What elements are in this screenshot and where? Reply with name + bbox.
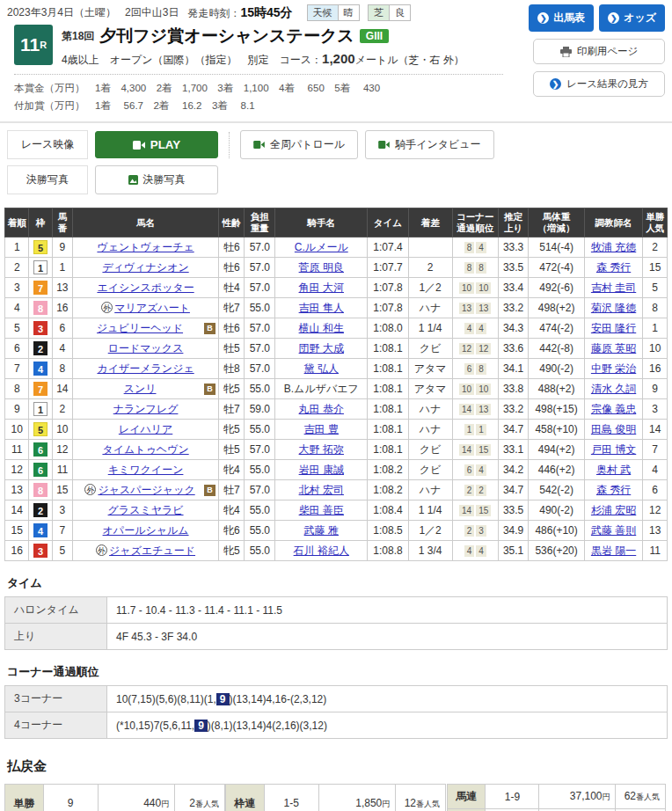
- frame-cell: 8: [29, 480, 52, 500]
- corner-position: 6: [464, 464, 475, 476]
- frame-number-badge: 5: [33, 422, 47, 436]
- entry-table-button[interactable]: ❯出馬表: [529, 4, 594, 32]
- horse-body-weight: 536(+20): [529, 541, 584, 561]
- trainer-name-link[interactable]: 清水 久詞: [591, 383, 636, 395]
- horse-name-link[interactable]: ジュビリーヘッド: [97, 322, 183, 334]
- horse-name-cell: ロードマックス: [73, 339, 219, 359]
- finish-time: 1:08.1: [368, 440, 408, 460]
- horse-name-link[interactable]: ヴェントヴォーチェ: [97, 241, 194, 253]
- trainer-cell: 黒岩 陽一: [584, 541, 643, 561]
- trainer-name-link[interactable]: 菊沢 隆徳: [591, 302, 636, 314]
- race-date: 2023年3月4日（土曜）: [7, 5, 116, 20]
- horse-name-link[interactable]: カイザーメランジェ: [97, 362, 194, 375]
- trainer-cell: 奥村 武: [584, 460, 643, 480]
- trainer-name-link[interactable]: 黒岩 陽一: [591, 544, 636, 557]
- trainer-name-link[interactable]: 森 秀行: [596, 484, 631, 496]
- results-guide-button[interactable]: ❯ レース結果の見方: [533, 71, 665, 97]
- margin: 1 1/4: [408, 318, 452, 339]
- horse-name-link[interactable]: レイハリア: [119, 423, 172, 435]
- jockey-cell: 団野 大成: [275, 339, 368, 359]
- corner-position: 4: [464, 545, 475, 557]
- estimated-last-3f: 33.5: [498, 258, 529, 278]
- frame-cell: 2: [29, 339, 52, 359]
- trainer-name-link[interactable]: 戸田 博文: [591, 443, 636, 456]
- trainer-name-link[interactable]: 杉浦 宏昭: [591, 504, 636, 516]
- sex-age: 牡5: [219, 339, 245, 359]
- jockey-name-link[interactable]: 菅原 明良: [299, 261, 344, 274]
- horse-name-link[interactable]: ロードマックス: [108, 342, 184, 354]
- jockey-name-link[interactable]: 黛 弘人: [304, 362, 339, 375]
- horse-name-link[interactable]: タイムトゥヘヴン: [102, 443, 188, 456]
- horse-number: 1: [52, 258, 72, 278]
- jockey-interview-button[interactable]: 騎手インタビュー: [365, 130, 493, 159]
- corner-position: 2: [464, 485, 475, 496]
- horse-name-link[interactable]: ジャスパージャック: [98, 484, 194, 496]
- jockey-name-link[interactable]: 角田 大河: [299, 281, 344, 294]
- estimated-last-3f: 33.1: [498, 440, 529, 460]
- trainer-name-link[interactable]: 宗像 義忠: [591, 403, 636, 415]
- column-header: 負担 重量: [245, 208, 275, 237]
- finish-position: 1: [5, 237, 29, 258]
- trainer-name-link[interactable]: 武藤 善則: [591, 524, 636, 537]
- jockey-name-link[interactable]: 石川 裕紀人: [294, 544, 349, 557]
- play-button[interactable]: PLAY: [95, 131, 218, 158]
- sex-age: 牡4: [219, 278, 245, 298]
- horse-name-link[interactable]: スンリ: [124, 383, 157, 395]
- start-time-label: 発走時刻：15時45分: [187, 5, 292, 21]
- foreign-bred-mark: 外: [101, 302, 113, 313]
- trainer-name-link[interactable]: 藤原 英昭: [591, 342, 636, 354]
- estimated-last-3f: 34.1: [498, 359, 529, 379]
- horse-name-link[interactable]: オパールシャルム: [103, 524, 189, 537]
- patrol-video-button[interactable]: 全周パトロール: [240, 130, 358, 159]
- corner-row-value: 10(7,15)(5,6)(8,11)(1,9)(13,14)4,16-(2,3…: [107, 686, 668, 712]
- corner-position: 10: [459, 282, 474, 294]
- jockey-name-link[interactable]: 吉田 豊: [304, 423, 339, 435]
- finish-position: 14: [5, 500, 29, 521]
- jockey-name-link[interactable]: 横山 和生: [299, 322, 344, 334]
- jockey-name-link[interactable]: 北村 宏司: [299, 484, 344, 496]
- trainer-name-link[interactable]: 牧浦 充徳: [591, 241, 636, 253]
- corner-passing-cell: 1010: [452, 278, 498, 298]
- popularity-rank: 62番人気: [616, 785, 666, 809]
- turf-key: 芝: [368, 4, 389, 21]
- finish-position: 6: [5, 339, 29, 359]
- horse-name-link[interactable]: ディヴィナシオン: [102, 261, 188, 274]
- frame-number-badge: 6: [33, 463, 47, 477]
- jockey-name-link[interactable]: 団野 大成: [299, 342, 344, 354]
- finish-position: 9: [5, 399, 29, 420]
- corner-position: 4: [476, 323, 486, 334]
- horse-name-link[interactable]: ジャズエチュード: [109, 544, 195, 557]
- jockey-name-link[interactable]: 丸田 恭介: [299, 403, 344, 415]
- jockey-name-link[interactable]: 武藤 雅: [304, 524, 339, 537]
- column-header: 着差: [408, 208, 452, 237]
- jockey-name-link[interactable]: C.ルメール: [295, 241, 348, 253]
- horse-body-weight: 498(+2): [529, 298, 584, 318]
- finish-position: 7: [5, 359, 29, 379]
- race-number-badge: 11R: [14, 25, 53, 65]
- jockey-name-link[interactable]: 柴田 善臣: [299, 504, 344, 516]
- trainer-name-link[interactable]: 安田 隆行: [591, 322, 636, 334]
- trainer-name-link[interactable]: 吉村 圭司: [591, 281, 636, 294]
- table-row: 13815外ジャスパージャックB牡757.0北村 宏司1:08.2ハナ2234.…: [5, 480, 668, 500]
- payout-heading: 払戻金: [7, 758, 665, 775]
- trainer-name-link[interactable]: 中野 栄治: [591, 362, 636, 375]
- horse-name-link[interactable]: マリアズハート: [114, 302, 190, 314]
- trainer-name-link[interactable]: 田島 俊明: [591, 423, 636, 435]
- horse-name-link[interactable]: エイシンスポッター: [97, 281, 194, 294]
- estimated-last-3f: 34.7: [498, 480, 529, 500]
- jockey-name-link[interactable]: 吉田 隼人: [299, 302, 344, 314]
- horse-name-link[interactable]: ナランフレグ: [113, 403, 179, 415]
- sex-age: 牝6: [219, 521, 245, 541]
- jockey-name-link[interactable]: 岩田 康誠: [299, 464, 344, 476]
- corner-row: 4コーナー(*10,15)7(5,6,11,9)(8,1)(13,14)4(2,…: [5, 712, 668, 739]
- finish-photo-button[interactable]: 決勝写真: [95, 165, 218, 194]
- carried-weight: 55.0: [245, 541, 275, 561]
- horse-name-link[interactable]: グラスミヤラビ: [108, 504, 184, 516]
- horse-name-link[interactable]: キミワクイーン: [108, 464, 184, 476]
- trainer-name-link[interactable]: 森 秀行: [596, 261, 631, 274]
- corner-passing-cell: 1212: [452, 339, 498, 359]
- odds-button[interactable]: ❯オッズ: [599, 4, 665, 32]
- print-page-button[interactable]: 印刷用ページ: [533, 39, 665, 64]
- jockey-name-link[interactable]: 大野 拓弥: [299, 443, 344, 456]
- trainer-name-link[interactable]: 奥村 武: [596, 464, 631, 476]
